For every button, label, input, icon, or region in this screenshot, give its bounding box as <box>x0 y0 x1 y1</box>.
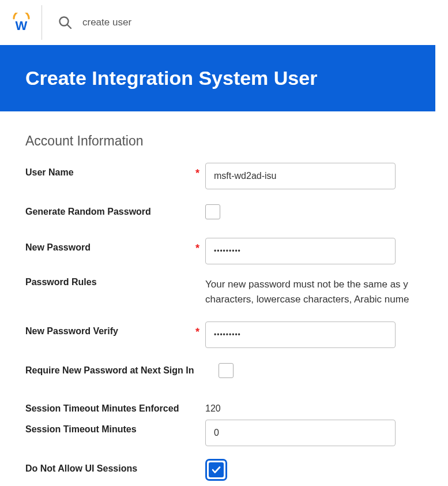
top-header: W <box>0 0 448 45</box>
row-user-name: User Name * <box>25 163 423 189</box>
page-banner: Create Integration System User <box>0 45 435 111</box>
row-session-timeout-enforced: Session Timeout Minutes Enforced 120 <box>25 403 423 414</box>
workday-logo[interactable]: W <box>12 13 31 32</box>
session-timeout-enforced-value: 120 <box>205 403 423 414</box>
label-new-password-verify: New Password Verify * <box>25 321 205 337</box>
search-container <box>58 16 255 29</box>
password-rules-text-line2: characters, lowercase characters, Arabic… <box>205 292 423 307</box>
label-session-timeout-enforced: Session Timeout Minutes Enforced <box>25 403 205 414</box>
password-rules-text-line1: Your new password must not be the same a… <box>205 277 423 292</box>
section-title: Account Information <box>25 133 423 149</box>
page-title: Create Integration System User <box>25 67 410 89</box>
label-do-not-allow-ui: Do Not Allow UI Sessions <box>25 459 205 474</box>
row-new-password-verify: New Password Verify * <box>25 321 423 348</box>
session-timeout-minutes-input[interactable] <box>205 420 396 446</box>
svg-line-2 <box>67 25 71 28</box>
row-new-password: New Password * <box>25 238 423 264</box>
required-asterisk: * <box>195 167 199 180</box>
row-password-rules: Password Rules Your new password must no… <box>25 277 423 306</box>
label-user-name: User Name * <box>25 163 205 178</box>
content-area: Account Information User Name * Generate… <box>0 111 448 481</box>
label-require-new-password: Require New Password at Next Sign In <box>25 361 219 376</box>
svg-text:W: W <box>16 18 28 32</box>
required-asterisk: * <box>195 326 199 338</box>
required-asterisk: * <box>195 242 199 255</box>
generate-random-password-checkbox[interactable] <box>205 204 220 219</box>
user-name-input[interactable] <box>205 163 396 189</box>
row-do-not-allow-ui: Do Not Allow UI Sessions <box>25 459 423 481</box>
search-input[interactable] <box>82 17 255 28</box>
checkmark-icon <box>211 465 221 475</box>
row-require-new-password: Require New Password at Next Sign In <box>25 361 423 380</box>
label-session-timeout-minutes: Session Timeout Minutes <box>25 420 205 435</box>
row-generate-random-password: Generate Random Password <box>25 202 423 222</box>
search-icon <box>58 16 72 29</box>
row-session-timeout-minutes: Session Timeout Minutes <box>25 420 423 446</box>
new-password-input[interactable] <box>205 238 396 264</box>
logo-container: W <box>12 5 42 40</box>
label-password-rules: Password Rules <box>25 277 205 287</box>
require-new-password-checkbox[interactable] <box>219 363 234 378</box>
new-password-verify-input[interactable] <box>205 321 396 348</box>
label-generate-random-password: Generate Random Password <box>25 202 205 217</box>
do-not-allow-ui-checkbox[interactable] <box>205 459 227 481</box>
label-new-password: New Password * <box>25 238 205 253</box>
